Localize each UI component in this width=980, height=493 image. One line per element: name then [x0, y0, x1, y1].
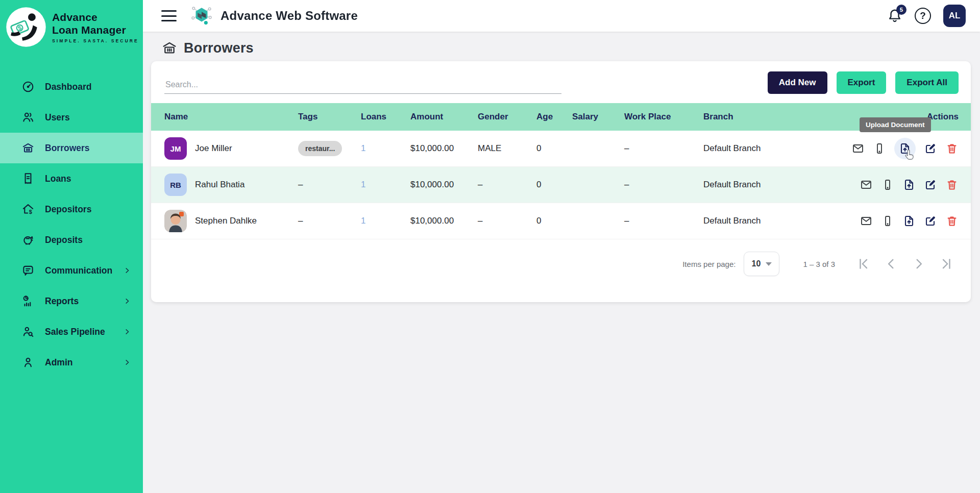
sidebar-item-label: Dashboard [45, 82, 132, 92]
sidebar-item-label: Sales Pipeline [45, 327, 122, 337]
age-cell: 0 [536, 180, 572, 190]
pagination-range-label: 1 – 3 of 3 [803, 260, 835, 268]
edit-icon[interactable] [924, 178, 937, 191]
sidebar-item-label: Users [45, 112, 132, 123]
hamburger-menu-icon[interactable] [161, 10, 177, 21]
gender-cell: MALE [478, 143, 536, 154]
tags-value: – [298, 180, 303, 189]
loans-count-link[interactable]: 1 [361, 180, 365, 189]
borrower-name: Stephen Dahlke [195, 216, 257, 226]
last-page-icon[interactable] [939, 257, 953, 271]
brand-tagline: SIMPLE. SASTA. SECURE [52, 38, 139, 43]
sidebar-item-label: Deposits [45, 235, 132, 245]
help-icon[interactable]: ? [915, 8, 931, 24]
sidebar-item-depositors[interactable]: $Depositors [0, 194, 143, 225]
table-row: JMJoe Millerrestaur...1$10,000.00MALE0–D… [151, 131, 971, 167]
upload-document-icon[interactable] [902, 214, 916, 228]
search-input[interactable] [164, 75, 561, 94]
bank-icon [161, 40, 178, 56]
sidebar-item-loans[interactable]: Loans [0, 163, 143, 194]
sidebar-item-label: Loans [45, 174, 132, 184]
app-title: Advance Web Software [220, 9, 358, 23]
amount-cell: $10,000.00 [410, 143, 478, 154]
branch-cell: Default Branch [703, 180, 832, 190]
cursor-hand-icon [904, 149, 916, 161]
gender-cell: – [478, 216, 536, 226]
column-header-age: Age [536, 112, 572, 122]
items-per-page-label: Items per page: [682, 260, 736, 268]
column-header-gender: Gender [478, 112, 536, 122]
sidebar: $ Advance Loan Manager SIMPLE. SASTA. SE… [0, 0, 143, 493]
email-icon[interactable] [860, 178, 873, 191]
chevron-right-icon [122, 297, 132, 306]
sidebar-item-users[interactable]: Users [0, 102, 143, 133]
actions-cell [832, 178, 959, 191]
user-avatar[interactable]: AL [943, 5, 966, 27]
borrower-initials-avatar: RB [164, 174, 187, 196]
age-cell: 0 [536, 143, 572, 154]
sidebar-nav: DashboardUsersBorrowersLoans$DepositorsD… [0, 71, 143, 378]
email-icon[interactable] [851, 142, 865, 155]
borrower-name-cell: RBRahul Bhatia [164, 174, 298, 196]
email-icon[interactable] [860, 214, 873, 228]
column-header-branch: Branch [703, 112, 832, 122]
sidebar-item-communication[interactable]: Communication [0, 255, 143, 286]
tags-cell: restaur... [298, 141, 361, 156]
work-place-cell: – [624, 216, 703, 226]
sidebar-item-reports[interactable]: Reports [0, 286, 143, 316]
gender-cell: – [478, 180, 536, 190]
actions-cell [832, 214, 959, 228]
tags-cell: – [298, 216, 361, 226]
loans-count-link[interactable]: 1 [361, 216, 365, 226]
edit-icon[interactable] [924, 142, 937, 155]
phone-icon[interactable] [873, 142, 886, 155]
sidebar-item-deposits[interactable]: Deposits [0, 225, 143, 255]
sidebar-item-label: Communication [45, 265, 122, 276]
borrower-name-cell: JMJoe Miller [164, 137, 298, 160]
edit-icon[interactable] [924, 214, 937, 228]
tag-pill[interactable]: restaur... [298, 141, 342, 156]
main-content: Borrowers Add New Export Export All Name… [143, 32, 980, 493]
column-header-loans: Loans [361, 112, 410, 122]
items-per-page-select[interactable]: 10 [744, 252, 779, 276]
borrower-name: Rahul Bhatia [195, 180, 244, 190]
branch-cell: Default Branch [703, 216, 832, 226]
next-page-icon[interactable] [912, 257, 926, 271]
chat-icon [21, 264, 35, 277]
upload-document-icon[interactable] [894, 138, 916, 159]
notification-count-badge: 5 [896, 5, 906, 15]
sidebar-item-sales-pipeline[interactable]: Sales Pipeline [0, 316, 143, 347]
phone-icon[interactable] [881, 178, 894, 191]
export-all-button[interactable]: Export All [895, 71, 959, 94]
table-row: RBRahul Bhatia–1$10,000.00–0–Default Bra… [151, 167, 971, 203]
phone-icon[interactable] [881, 214, 894, 228]
app-logo: $ Advance Loan Manager SIMPLE. SASTA. SE… [0, 0, 143, 53]
loans-count-link[interactable]: 1 [361, 143, 365, 153]
first-page-icon[interactable] [856, 257, 871, 271]
piggy-bank-icon [21, 233, 35, 246]
delete-icon[interactable] [945, 142, 959, 155]
page-title: Borrowers [184, 40, 254, 56]
branch-cell: Default Branch [703, 143, 832, 154]
delete-icon[interactable] [945, 178, 959, 191]
dropdown-arrow-icon [766, 262, 772, 266]
age-cell: 0 [536, 216, 572, 226]
sidebar-item-label: Depositors [45, 204, 132, 215]
dashboard-icon [21, 80, 35, 93]
upload-document-icon[interactable] [902, 178, 916, 191]
previous-page-icon[interactable] [884, 257, 898, 271]
delete-icon[interactable] [945, 214, 959, 228]
notifications-bell-icon[interactable]: 5 [887, 8, 902, 24]
add-new-button[interactable]: Add New [768, 71, 827, 94]
borrower-name: Joe Miller [195, 143, 232, 154]
sidebar-item-dashboard[interactable]: Dashboard [0, 71, 143, 102]
sidebar-item-admin[interactable]: Admin [0, 347, 143, 378]
sidebar-item-borrowers[interactable]: Borrowers [0, 133, 143, 163]
items-per-page-value: 10 [752, 259, 761, 268]
column-header-work-place: Work Place [624, 112, 703, 122]
sidebar-item-label: Admin [45, 357, 122, 368]
column-header-name: Name [164, 112, 298, 122]
column-header-amount: Amount [410, 112, 478, 122]
table-row: Stephen Dahlke–1$10,000.00–0–Default Bra… [151, 203, 971, 239]
export-button[interactable]: Export [837, 71, 887, 94]
